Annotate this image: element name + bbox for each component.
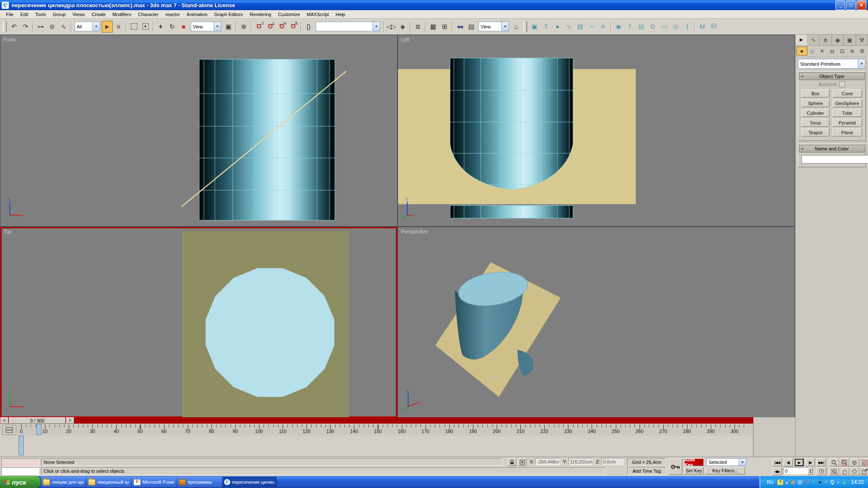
z-coordinate-field[interactable]: 0,0cm	[601, 458, 623, 465]
spinner-snap-icon[interactable]: Ω⇅	[288, 21, 299, 33]
category-systems[interactable]: ⚙	[857, 47, 867, 55]
reactor-deforming-mesh-icon[interactable]: ▨	[575, 21, 586, 33]
x-coordinate-field[interactable]: -250,448cm	[535, 458, 560, 465]
tray-mouse-icon[interactable]: ●	[818, 480, 821, 485]
tray-antivirus-icon[interactable]: ✓	[812, 480, 816, 485]
render-scene-icon[interactable]: ▤	[466, 21, 477, 33]
button-cone[interactable]: Cone	[832, 89, 862, 97]
current-frame-field[interactable]: 0	[783, 467, 808, 474]
close-button[interactable]: ×	[857, 0, 866, 10]
chevron-down-icon[interactable]: ▼	[373, 22, 380, 31]
tab-create[interactable]: ►	[796, 35, 808, 45]
taskbar-clock[interactable]: 14:22	[851, 479, 864, 485]
button-teapot[interactable]: Teapot	[801, 128, 829, 136]
snap-toggle-icon[interactable]: Ω3	[253, 21, 264, 33]
key-mode-toggle[interactable]: ◀▶	[772, 467, 782, 475]
object-name-input[interactable]	[801, 155, 868, 164]
tab-utilities[interactable]: ⚒	[856, 35, 868, 45]
bind-to-space-warp-icon[interactable]: ∿	[58, 21, 69, 33]
toolbar-grip[interactable]	[3, 21, 7, 32]
autogrid-checkbox[interactable]	[839, 81, 845, 87]
menu-views[interactable]: Views	[69, 11, 88, 18]
time-slider-track[interactable]: < 0 / 300 >	[0, 417, 754, 424]
select-and-link-icon[interactable]: ⊶	[35, 21, 46, 33]
maxscript-mini-listener-white[interactable]	[1, 467, 39, 476]
reactor-fracture-icon[interactable]: ▤	[636, 21, 647, 33]
track-bar-ruler[interactable]: 0102030405060708090100110120130140150160…	[18, 424, 747, 436]
percent-snap-icon[interactable]: Ω%	[276, 21, 287, 33]
maxscript-mini-listener-pink[interactable]	[1, 458, 39, 467]
viewport-label-top[interactable]: Top	[3, 229, 11, 235]
reactor-soft-body-collection-icon[interactable]: ●	[552, 21, 563, 33]
select-and-scale-icon[interactable]: ■	[178, 21, 189, 33]
time-slider-prev[interactable]: <	[0, 417, 8, 424]
reactor-wheel-icon[interactable]: ◎	[670, 21, 681, 33]
zoom-extents-button[interactable]	[849, 458, 860, 466]
rectangular-selection-region-icon[interactable]	[128, 21, 139, 33]
category-helpers[interactable]: ⊡	[837, 47, 847, 55]
reactor-spring-icon[interactable]: ∫	[682, 21, 693, 33]
minimize-button[interactable]: _	[835, 0, 845, 10]
zoom-all-button[interactable]	[839, 458, 849, 466]
quick-render-icon[interactable]: ♨	[511, 21, 522, 33]
schematic-view-icon[interactable]: ⊞	[439, 21, 450, 33]
redo-icon[interactable]: ↷	[20, 21, 31, 33]
viewport-left[interactable]: Left	[398, 35, 795, 226]
button-tube[interactable]: Tube	[832, 109, 862, 117]
selection-lock-toggle[interactable]	[508, 458, 516, 466]
tray-expand-icon[interactable]: ▴	[786, 480, 788, 485]
menu-create[interactable]: Create	[88, 11, 109, 18]
viewport-label-left[interactable]: Left	[401, 37, 409, 43]
render-type-dropdown[interactable]: View▼	[479, 22, 509, 31]
reactor-rope-collection-icon[interactable]: ∿	[563, 21, 574, 33]
button-pyramid[interactable]: Pyramid	[832, 119, 862, 127]
menu-customize[interactable]: Customize	[275, 11, 303, 18]
button-cylinder[interactable]: Cylinder	[801, 109, 829, 117]
viewport-top[interactable]: Top y x z	[0, 227, 397, 418]
frame-spinner[interactable]: ▲▼	[808, 467, 813, 475]
arc-rotate-button[interactable]	[849, 467, 860, 475]
zoom-extents-all-button[interactable]	[860, 458, 868, 466]
auto-key-button[interactable]: Auto Key	[684, 458, 704, 466]
reactor-motor-icon[interactable]: Ω	[647, 21, 658, 33]
object-type-rollout-header[interactable]: − Object Type	[799, 72, 865, 80]
menu-reactor[interactable]: reactor	[162, 11, 183, 18]
reactor-cloth-collection-icon[interactable]: T	[540, 21, 551, 33]
button-sphere[interactable]: Sphere	[801, 99, 829, 107]
taskbar-item-programs[interactable]: программы	[177, 477, 222, 487]
select-and-move-icon[interactable]: +	[155, 21, 166, 33]
chevron-down-icon[interactable]: ▼	[92, 22, 100, 31]
previous-frame-button[interactable]: ◀|	[783, 458, 793, 466]
tray-flash-icon[interactable]: ⚡	[824, 480, 827, 485]
undo-icon[interactable]: ↶	[8, 21, 19, 33]
reference-coordinate-dropdown[interactable]: View▼	[191, 22, 221, 31]
menu-modifiers[interactable]: Modifiers	[109, 11, 135, 18]
menu-graph-editors[interactable]: Graph Editors	[211, 11, 246, 18]
reactor-constraint-solver-icon[interactable]: ◉	[613, 21, 624, 33]
tray-agent-icon[interactable]: ◉	[790, 480, 795, 485]
category-geometry[interactable]: ●	[796, 47, 807, 55]
select-and-rotate-icon[interactable]: ↻	[167, 21, 178, 33]
tab-motion[interactable]: ◉	[832, 35, 844, 45]
chevron-down-icon[interactable]: ▼	[739, 459, 746, 466]
button-geosphere[interactable]: GeoSphere	[832, 99, 862, 107]
taskbar-item-folder-2[interactable]: лекционный курс по...	[86, 477, 131, 487]
layer-manager-icon[interactable]: ≣	[412, 21, 423, 33]
zoom-button[interactable]	[829, 458, 839, 466]
curve-editor-icon[interactable]: ▦	[428, 21, 439, 33]
tray-display-icon[interactable]: ▤	[798, 480, 802, 485]
select-object-icon[interactable]: ►	[102, 21, 113, 33]
tray-network-error-icon[interactable]: ✗	[805, 480, 809, 485]
button-plane[interactable]: Plane	[832, 128, 862, 136]
menu-file[interactable]: File	[3, 11, 17, 18]
select-by-name-icon[interactable]: ≡	[113, 21, 124, 33]
absolute-offset-toggle[interactable]	[518, 458, 526, 466]
add-time-tag[interactable]: Add Time Tag	[627, 467, 666, 475]
viewport-label-front[interactable]: Front	[3, 37, 15, 43]
chevron-down-icon[interactable]: ▼	[858, 59, 865, 68]
button-box[interactable]: Box	[801, 89, 829, 97]
current-frame-marker[interactable]	[36, 424, 42, 435]
set-key-button[interactable]: Set Key	[684, 467, 704, 474]
angle-snap-icon[interactable]: Ω∠	[265, 21, 276, 33]
reactor-water-icon[interactable]: ≈	[586, 21, 597, 33]
